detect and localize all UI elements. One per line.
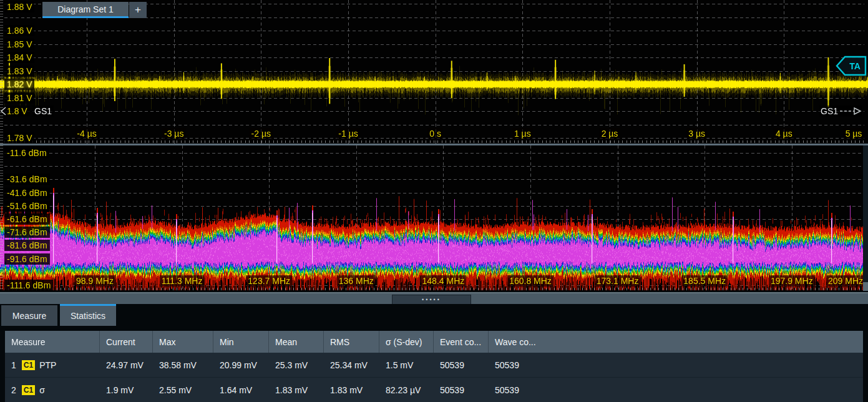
table-header-row: MeasureCurrentMaxMinMeanRMSσ (S-dev)Even…: [5, 331, 863, 353]
time-axis-label: -2 µs: [250, 128, 273, 139]
frequency-axis-label: 98.9 MHz: [74, 275, 115, 287]
time-axis-label: 0 s: [427, 128, 443, 139]
time-axis-label: -3 µs: [162, 128, 185, 139]
measurement-name: σ: [39, 385, 45, 395]
value-cell: 82.23 µV: [379, 385, 434, 395]
value-cell: 20.99 mV: [213, 360, 269, 370]
column-header-min: Min: [213, 331, 269, 353]
value-cell: 25.3 mV: [269, 360, 324, 370]
d1-y-axis-label: 1.82 V: [4, 79, 34, 90]
d2-y-axis-label: -71.6 dBm: [4, 227, 50, 238]
frequency-axis-label: 185.5 MHz: [681, 275, 728, 287]
diagram-set-tab-label: Diagram Set 1: [57, 4, 113, 14]
column-header-measure: Measure: [5, 331, 100, 353]
spectrum-scrollbar[interactable]: [863, 145, 868, 291]
results-tab-strip: MeasureStatistics: [0, 304, 868, 331]
gate-start-edge-marker-icon: [0, 107, 6, 115]
spectrum-scrollbar-thumb[interactable]: [863, 282, 868, 291]
d2-y-axis-label: -91.6 dBm: [4, 253, 50, 265]
d1-y-axis-label: 1.81 V: [4, 92, 34, 104]
measurement-results-table: MeasureCurrentMaxMinMeanRMSσ (S-dev)Even…: [5, 331, 863, 402]
frequency-axis-label: 136 MHz: [337, 275, 376, 287]
measurement-index: 2: [11, 385, 16, 395]
d1-y-axis-label: 1.8 V: [4, 105, 30, 117]
left-tick-ruler: [0, 0, 3, 144]
frequency-axis-label: 160.8 MHz: [507, 275, 553, 287]
channel-badge: C1: [22, 385, 35, 395]
time-axis-label: -1 µs: [336, 128, 359, 139]
value-cell: 2.55 mV: [153, 385, 213, 395]
column-header-wave-co: Wave co...: [489, 331, 863, 353]
measure-cell: 2C1σ: [5, 385, 100, 395]
gate-label-left: GS1: [32, 105, 54, 117]
time-axis-label: 2 µs: [600, 128, 620, 139]
left-tick-ruler-spectrum: [0, 145, 3, 291]
value-cell: 1.83 mV: [324, 385, 379, 395]
horizontal-splitter[interactable]: •••••: [0, 292, 868, 304]
d2-y-axis-label: -31.6 dBm: [4, 174, 50, 185]
column-header-rms: RMS: [324, 331, 379, 353]
waveform-diagram: 1.88 V1.86 V1.85 V1.84 V1.83 V1.82 V1.81…: [0, 0, 868, 144]
time-axis-label: -4 µs: [75, 128, 98, 139]
frequency-axis-label: 148.4 MHz: [421, 275, 467, 287]
trigger-level-badge[interactable]: TA: [836, 56, 867, 77]
value-cell: 1.9 mV: [100, 385, 153, 395]
time-axis-label: 4 µs: [774, 128, 794, 139]
column-header-current: Current: [100, 331, 153, 353]
d1-y-axis-label: 1.78 V: [4, 132, 34, 144]
column-header-max: Max: [153, 331, 213, 353]
trigger-badge-label: TA: [849, 61, 861, 71]
d1-y-axis-label: 1.83 V: [4, 66, 34, 77]
value-cell: 24.97 mV: [100, 360, 153, 370]
diagram-set-tab[interactable]: Diagram Set 1: [42, 2, 129, 18]
value-cell: 38.58 mV: [153, 360, 213, 370]
d2-y-axis-label: -111.6 dBm: [4, 280, 53, 291]
value-cell: 1.64 mV: [213, 385, 269, 395]
time-axis-ticks: [4, 140, 864, 143]
add-diagram-tab-button[interactable]: +: [129, 2, 147, 18]
value-cell: 1.5 mV: [379, 360, 434, 370]
gate-arrow-right-icon: [839, 107, 862, 115]
frequency-axis-label: 123.7 MHz: [246, 275, 292, 287]
d1-y-axis-label: 1.86 V: [4, 25, 34, 36]
spectrum-diagram: -11.6 dBm-31.6 dBm-41.6 dBm-51.6 dBm-61.…: [0, 145, 868, 291]
frequency-axis-label: 173.1 MHz: [595, 275, 641, 287]
value-cell: 50539: [434, 360, 489, 370]
time-axis-label: 5 µs: [844, 128, 864, 139]
d1-y-axis-label: 1.84 V: [4, 52, 34, 63]
splitter-dots: •••••: [422, 297, 441, 303]
tab-measure[interactable]: Measure: [1, 305, 57, 326]
splitter-handle[interactable]: •••••: [392, 295, 471, 305]
d2-y-axis-label: -61.6 dBm: [4, 213, 50, 225]
column-header-event-co: Event co...: [434, 331, 489, 353]
frequency-axis-label: 111.3 MHz: [160, 275, 205, 287]
gate-label-right-text: GS1: [819, 106, 839, 116]
d2-y-axis-label: -81.6 dBm: [4, 240, 50, 251]
d2-y-axis-label: -11.6 dBm: [4, 147, 49, 159]
channel-badge: C1: [22, 360, 35, 370]
spectrum-canvas[interactable]: [0, 145, 863, 291]
d2-y-axis-label: -51.6 dBm: [4, 200, 50, 212]
measurement-index: 1: [11, 360, 16, 370]
d1-y-axis-label: 1.85 V: [4, 39, 34, 50]
measurement-name: PTP: [39, 360, 56, 370]
d2-y-axis-label: -41.6 dBm: [4, 187, 50, 199]
tab-statistics[interactable]: Statistics: [60, 304, 116, 326]
table-row[interactable]: 2C1σ1.9 mV2.55 mV1.64 mV1.83 mV1.83 mV82…: [5, 378, 863, 402]
value-cell: 50539: [489, 360, 863, 370]
gate-label-right: GS1: [819, 105, 862, 117]
value-cell: 50539: [434, 385, 489, 395]
value-cell: 1.83 mV: [269, 385, 324, 395]
frequency-axis-label: 197.9 MHz: [769, 275, 815, 287]
frequency-axis-label: 209 MHz: [826, 275, 865, 287]
value-cell: 50539: [489, 385, 863, 395]
time-axis-label: 1 µs: [512, 128, 533, 139]
waveform-trace-canvas[interactable]: [0, 0, 868, 144]
column-header-s-dev: σ (S-dev): [379, 331, 434, 353]
column-header-mean: Mean: [269, 331, 324, 353]
value-cell: 25.34 mV: [324, 360, 379, 370]
time-axis-label: 3 µs: [686, 128, 707, 139]
table-row[interactable]: 1C1PTP24.97 mV38.58 mV20.99 mV25.3 mV25.…: [5, 353, 863, 378]
d1-y-axis-label: 1.88 V: [4, 1, 34, 12]
oscilloscope-screen: 1.88 V1.86 V1.85 V1.84 V1.83 V1.82 V1.81…: [0, 0, 868, 402]
